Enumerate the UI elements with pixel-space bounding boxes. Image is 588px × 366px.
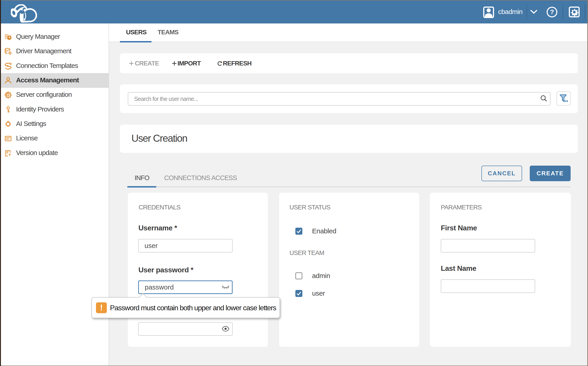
svg-text:?: ? (550, 8, 554, 15)
